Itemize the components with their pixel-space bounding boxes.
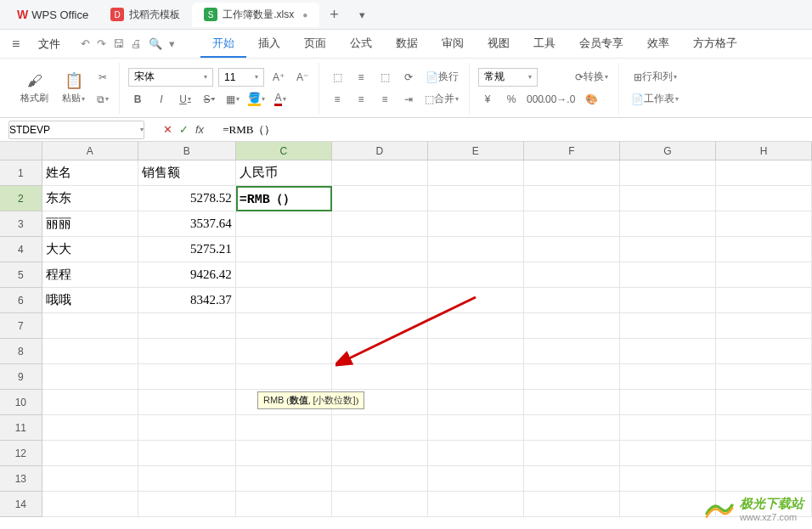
- cell-D14[interactable]: [332, 492, 428, 517]
- align-bottom-button[interactable]: ⬚: [375, 68, 394, 87]
- col-header-C[interactable]: C: [236, 142, 332, 160]
- cell-E2[interactable]: [428, 186, 524, 211]
- cell-H7[interactable]: [716, 313, 812, 339]
- tab-view[interactable]: 视图: [476, 31, 522, 58]
- cell-G10[interactable]: [620, 390, 716, 415]
- tab-start[interactable]: 开始: [200, 31, 246, 58]
- cell-H4[interactable]: [716, 237, 812, 262]
- tab-review[interactable]: 审阅: [430, 31, 476, 58]
- cell-F12[interactable]: [524, 441, 620, 466]
- cell-F7[interactable]: [524, 313, 620, 339]
- cell-D12[interactable]: [332, 441, 428, 466]
- cell-C14[interactable]: [236, 492, 332, 517]
- cell-A10[interactable]: [42, 390, 138, 415]
- underline-button[interactable]: U▾: [176, 90, 195, 109]
- border-button[interactable]: ▦▾: [223, 90, 242, 109]
- tab-menu-button[interactable]: ▾: [349, 8, 375, 21]
- cell-H6[interactable]: [716, 288, 812, 313]
- cell-H11[interactable]: [716, 415, 812, 441]
- cell-G2[interactable]: [620, 186, 716, 211]
- cell-F13[interactable]: [524, 466, 620, 492]
- cell-F4[interactable]: [524, 237, 620, 262]
- col-header-B[interactable]: B: [138, 142, 236, 160]
- cell-D3[interactable]: [332, 211, 428, 237]
- cell-E6[interactable]: [428, 288, 524, 313]
- cell-A2[interactable]: 东东: [42, 186, 138, 211]
- cell-B4[interactable]: 5275.21: [138, 237, 236, 262]
- cell-F10[interactable]: [524, 390, 620, 415]
- cell-H13[interactable]: [716, 466, 812, 492]
- align-top-button[interactable]: ⬚: [328, 68, 347, 87]
- row-header-5[interactable]: 5: [0, 262, 42, 288]
- cell-G12[interactable]: [620, 441, 716, 466]
- row-header-2[interactable]: 2: [0, 186, 42, 211]
- cell-G4[interactable]: [620, 237, 716, 262]
- cell-E7[interactable]: [428, 313, 524, 339]
- strike-button[interactable]: S▾: [200, 90, 218, 109]
- cell-H3[interactable]: [716, 211, 812, 237]
- select-all-corner[interactable]: [0, 142, 42, 160]
- cell-A11[interactable]: [42, 415, 138, 441]
- cell-D9[interactable]: [332, 364, 428, 390]
- currency-button[interactable]: ¥: [478, 90, 497, 109]
- cell-B9[interactable]: [138, 364, 236, 390]
- cell-C9[interactable]: [236, 364, 332, 390]
- tab-insert[interactable]: 插入: [246, 31, 292, 58]
- cell-G1[interactable]: [620, 160, 716, 186]
- cell-C11[interactable]: [236, 415, 332, 441]
- cell-G8[interactable]: [620, 339, 716, 364]
- cell-H10[interactable]: [716, 390, 812, 415]
- cell-C7[interactable]: [236, 313, 332, 339]
- number-format-combo[interactable]: 常规▾: [478, 68, 538, 87]
- cell-A14[interactable]: [42, 492, 138, 517]
- rowcol-button[interactable]: ⊞ 行和列▾: [628, 68, 682, 87]
- cell-B10[interactable]: [138, 390, 236, 415]
- row-header-10[interactable]: 10: [0, 390, 42, 415]
- cell-A4[interactable]: 大大: [42, 237, 138, 262]
- font-color-button[interactable]: A▾: [271, 90, 290, 109]
- cell-D11[interactable]: [332, 415, 428, 441]
- align-center-button[interactable]: ≡: [352, 90, 370, 109]
- print-button[interactable]: 🖨: [131, 37, 142, 50]
- cell-G3[interactable]: [620, 211, 716, 237]
- cell-B7[interactable]: [138, 313, 236, 339]
- cell-D5[interactable]: [332, 262, 428, 288]
- col-header-H[interactable]: H: [716, 142, 812, 160]
- formula-input[interactable]: =RMB（）: [214, 122, 812, 138]
- cell-D4[interactable]: [332, 237, 428, 262]
- qat-more[interactable]: ▾: [169, 37, 175, 50]
- align-middle-button[interactable]: ≡: [352, 68, 370, 87]
- italic-button[interactable]: I: [152, 90, 171, 109]
- col-header-F[interactable]: F: [524, 142, 620, 160]
- cell-D8[interactable]: [332, 339, 428, 364]
- confirm-formula-button[interactable]: ✓: [179, 123, 189, 136]
- row-header-3[interactable]: 3: [0, 211, 42, 237]
- cell-D7[interactable]: [332, 313, 428, 339]
- tab-workbook[interactable]: S 工作簿数量.xlsx ●: [192, 3, 319, 27]
- cell-E4[interactable]: [428, 237, 524, 262]
- cell-C2[interactable]: =RMB（）: [236, 186, 332, 211]
- col-header-A[interactable]: A: [42, 142, 138, 160]
- cell-D1[interactable]: [332, 160, 428, 186]
- file-menu[interactable]: 文件: [30, 33, 69, 55]
- cell-H8[interactable]: [716, 339, 812, 364]
- cut-button[interactable]: ✂: [93, 68, 112, 87]
- cell-C12[interactable]: [236, 441, 332, 466]
- cell-B5[interactable]: 9426.42: [138, 262, 236, 288]
- merge-button[interactable]: ⬚ 合并▾: [421, 90, 462, 109]
- undo-button[interactable]: ↶: [81, 37, 90, 50]
- col-header-E[interactable]: E: [428, 142, 524, 160]
- cell-A3[interactable]: 丽丽: [42, 211, 138, 237]
- row-header-13[interactable]: 13: [0, 466, 42, 492]
- cell-B1[interactable]: 销售额: [138, 160, 236, 186]
- cell-B12[interactable]: [138, 441, 236, 466]
- cell-E10[interactable]: [428, 390, 524, 415]
- cell-C4[interactable]: [236, 237, 332, 262]
- cell-B3[interactable]: 3537.64: [138, 211, 236, 237]
- format-button[interactable]: 🎨: [572, 90, 612, 109]
- redo-button[interactable]: ↷: [97, 37, 106, 50]
- cell-A6[interactable]: 哦哦: [42, 288, 138, 313]
- cell-E12[interactable]: [428, 441, 524, 466]
- indent-button[interactable]: ⇥: [399, 90, 418, 109]
- tab-tools[interactable]: 工具: [522, 31, 567, 58]
